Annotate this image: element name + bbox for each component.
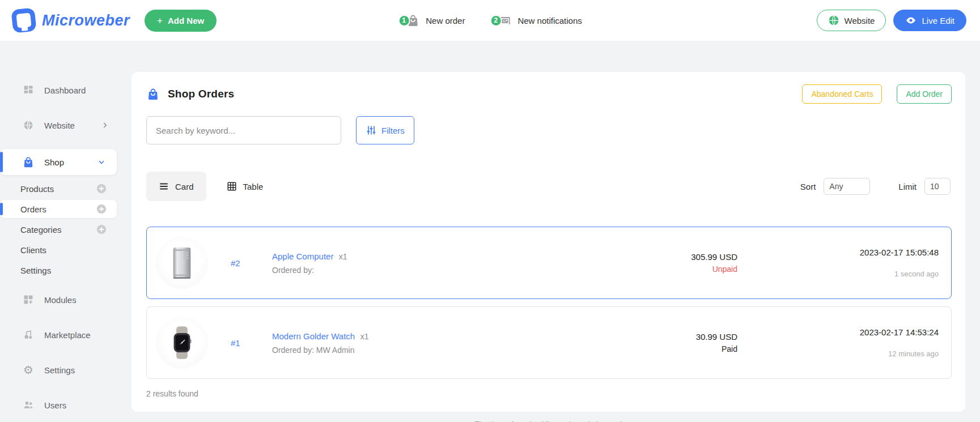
add-order-button[interactable]: Add Order: [897, 84, 952, 104]
sort-select[interactable]: Any: [824, 178, 870, 195]
sidebar-label-dashboard: Dashboard: [44, 86, 86, 95]
filters-label: Filters: [381, 126, 405, 135]
globe-icon: [828, 15, 839, 26]
new-order-label: New order: [426, 16, 465, 25]
sidebar-item-categories[interactable]: Categories: [0, 220, 117, 238]
new-notifications-label: New notifications: [517, 16, 582, 25]
sidebar-item-users[interactable]: Users: [0, 394, 131, 416]
abandoned-carts-button[interactable]: Abandoned Carts: [802, 84, 882, 104]
tab-table-label: Table: [243, 182, 264, 191]
sidebar-label-shop-settings: Settings: [20, 266, 51, 275]
limit-label: Limit: [898, 182, 917, 191]
order-time-ago: 12 minutes ago: [848, 349, 939, 358]
add-new-button[interactable]: + Add New: [145, 10, 217, 32]
page-title: Shop Orders: [168, 88, 234, 100]
orders-list: #2 Apple Computer x1 Ordered by: 305.99 …: [146, 227, 952, 379]
users-icon: [22, 399, 35, 411]
table-view-icon: [227, 181, 237, 191]
limit-select[interactable]: 10: [924, 178, 951, 195]
order-price: 30.99 USD: [696, 332, 737, 342]
brand-name: Microweber: [42, 12, 130, 29]
panel-header: Shop Orders Abandoned Carts Add Order: [146, 84, 952, 104]
website-button-label: Website: [845, 16, 875, 25]
sidebar-label-modules: Modules: [44, 295, 77, 305]
chevron-down-icon: [97, 158, 105, 166]
shop-orders-bag-icon: [146, 87, 160, 101]
order-date: 2023-02-17 15:05:48: [848, 248, 939, 257]
shop-orders-panel: Shop Orders Abandoned Carts Add Order Fi…: [131, 72, 965, 412]
eye-icon: [905, 15, 917, 26]
card-view-icon: [159, 181, 169, 191]
plus-circle-icon[interactable]: [96, 204, 107, 214]
footer: Thank you for using Microweber admin pan…: [131, 415, 965, 422]
sidebar-item-orders[interactable]: Orders: [0, 200, 117, 218]
sidebar-label-products: Products: [20, 184, 54, 194]
sidebar-label-settings: Settings: [44, 365, 75, 375]
live-edit-button-label: Live Edit: [922, 16, 954, 25]
order-price: 305.99 USD: [691, 252, 737, 262]
search-row: Filters: [146, 116, 952, 144]
order-quantity: x1: [360, 332, 369, 341]
notification-area: 1 New order 2 New notifications: [398, 0, 582, 41]
sidebar-label-categories: Categories: [20, 225, 62, 235]
product-link[interactable]: Apple Computer: [272, 252, 333, 261]
sidebar-item-website[interactable]: Website: [0, 114, 131, 137]
product-image-computer: [156, 237, 208, 289]
sidebar-item-shop[interactable]: Shop: [0, 149, 117, 175]
dashboard-grid-icon: [22, 84, 35, 96]
sidebar-item-marketplace[interactable]: Marketplace: [0, 323, 131, 346]
order-date: 2023-02-17 14:53:24: [848, 327, 939, 337]
filters-button[interactable]: Filters: [356, 116, 414, 144]
product-link[interactable]: Modern Golder Watch: [272, 331, 355, 341]
modules-icon: [22, 293, 35, 306]
plus-circle-icon[interactable]: [96, 184, 107, 194]
live-edit-button[interactable]: Live Edit: [893, 10, 966, 31]
sidebar-label-users: Users: [44, 400, 66, 410]
order-status-unpaid: Unpaid: [691, 265, 737, 274]
sidebar-item-shop-settings[interactable]: Settings: [0, 261, 117, 279]
filters-sliders-icon: [366, 125, 377, 136]
tab-table-view[interactable]: Table: [214, 172, 276, 201]
active-indicator-bar: [0, 152, 3, 172]
product-image-watch: [156, 317, 208, 369]
ordered-by: Ordered by: MW Admin: [272, 346, 368, 355]
ordered-by: Ordered by:: [272, 266, 347, 275]
sidebar-item-dashboard[interactable]: Dashboard: [0, 79, 131, 101]
app-root: Microweber + Add New 1 New order 2: [0, 0, 980, 422]
sidebar-label-shop: Shop: [44, 157, 64, 167]
order-time-ago: 1 second ago: [848, 270, 939, 278]
sidebar-label-website: Website: [44, 121, 75, 130]
new-order-count-badge: 1: [398, 15, 410, 27]
sidebar: Dashboard Website: [0, 41, 131, 422]
chevron-right-icon: [101, 121, 109, 129]
plus-icon: +: [157, 16, 163, 25]
marketplace-icon: [22, 329, 35, 341]
sidebar-label-orders: Orders: [20, 204, 46, 214]
order-number: #2: [231, 258, 256, 268]
website-button[interactable]: Website: [817, 10, 886, 31]
new-order-notification[interactable]: 1 New order: [398, 14, 465, 27]
footer-note: Thank you for using Microweber admin pan…: [475, 420, 622, 422]
results-count: 2 results found: [146, 389, 952, 398]
sidebar-item-modules[interactable]: Modules: [0, 288, 131, 311]
search-input[interactable]: [146, 116, 341, 144]
tab-card-view[interactable]: Card: [146, 172, 206, 201]
new-notifications-count-badge: 2: [490, 15, 502, 27]
active-indicator-bar: [0, 203, 3, 215]
sidebar-item-clients[interactable]: Clients: [0, 241, 117, 259]
new-notifications-notification[interactable]: 2 New notifications: [490, 14, 582, 27]
order-card-1[interactable]: #1 Modern Golder Watch x1 Ordered by: MW…: [146, 306, 952, 379]
sort-limit-controls: Sort Any Limit 10: [800, 178, 952, 195]
shop-bag-icon: [22, 156, 35, 168]
add-new-label: Add New: [168, 16, 204, 25]
plus-circle-icon[interactable]: [96, 224, 107, 235]
microweber-logo-icon: [10, 6, 38, 35]
tab-card-label: Card: [175, 182, 194, 191]
gear-icon: ⚙: [22, 364, 35, 376]
brand-logo[interactable]: Microweber: [11, 7, 130, 33]
order-status-paid: Paid: [696, 344, 737, 353]
sidebar-item-settings[interactable]: ⚙ Settings: [0, 359, 131, 381]
sidebar-item-products[interactable]: Products: [0, 180, 117, 198]
header-actions: Website Live Edit: [817, 10, 966, 31]
order-card-2[interactable]: #2 Apple Computer x1 Ordered by: 305.99 …: [146, 227, 952, 299]
